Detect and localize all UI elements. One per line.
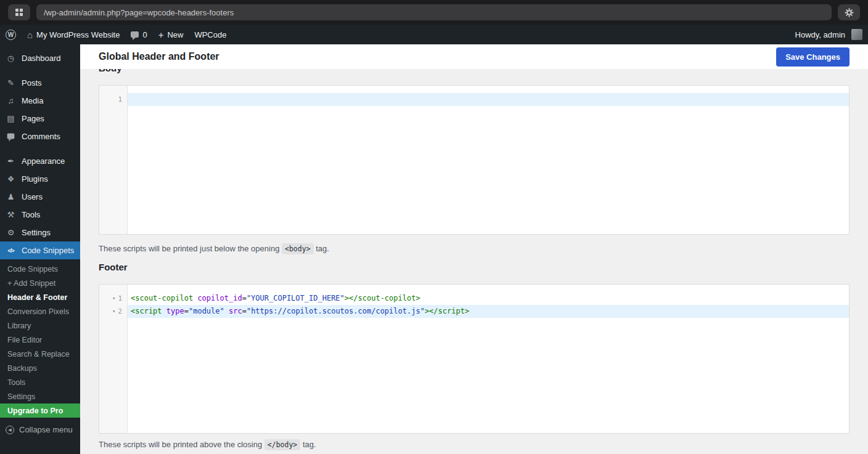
sidebar-item-label: Tools [22,210,40,219]
wpcode-adminbar-menu[interactable]: WPCode [189,25,232,44]
tab-grid-icon [15,8,23,17]
code-snippets-icon: </> [6,248,16,254]
footer-caption-tail: tag. [303,440,316,449]
sidebar-item-media[interactable]: ♫ Media [0,92,80,110]
sidebar-subitem-add-snippet[interactable]: + Add Snippet [0,276,80,290]
sidebar-item-settings[interactable]: ⚙ Settings [0,224,80,241]
main-content: Global Header and Footer Save Changes Bo… [80,44,868,454]
wpcode-label: WPCode [194,30,226,39]
sidebar-item-code-snippets[interactable]: </> Code Snippets [0,241,80,259]
sidebar-item-pages[interactable]: ▤ Pages [0,110,80,128]
code-line[interactable]: <script type="module" src="https://copil… [128,305,849,318]
appearance-icon: ✒ [6,156,16,166]
sidebar-item-label: Plugins [22,174,48,184]
code-token-plain [162,307,166,315]
line-number: 2 [118,305,122,318]
code-token-attr: src [229,307,242,315]
sidebar-item-comments[interactable]: Comments [0,128,80,145]
body-editor-code-area[interactable] [128,86,849,234]
sidebar-item-label: Posts [22,78,42,87]
site-menu[interactable]: ⌂ My WordPress Website [22,25,125,44]
collapse-arrow-icon: ◀ [6,426,14,434]
dashboard-icon: ◷ [6,54,16,63]
sidebar-item-label: Media [22,96,43,105]
home-icon: ⌂ [27,30,33,39]
code-token-tag: <scout-copilot [131,294,193,302]
body-caption: These scripts will be printed just below… [99,244,850,253]
closing-body-tag-code: </body> [264,439,300,450]
comments-indicator[interactable]: 0 [125,25,152,44]
users-icon: ♟ [6,192,16,201]
avatar [851,29,862,40]
sidebar-subitem-search-replace[interactable]: Search & Replace [0,347,80,361]
fold-arrow-icon[interactable]: ▾ [112,305,115,318]
browser-url: /wp-admin/admin.php?page=wpcode-headers-… [44,8,234,17]
wp-admin-bar: W ⌂ My WordPress Website 0 + New WPCode … [0,25,868,44]
plugins-icon: ❖ [6,174,16,184]
footer-section-heading: Footer [99,261,850,274]
sidebar-item-label: Settings [22,228,51,237]
sidebar-item-posts[interactable]: ✎ Posts [0,74,80,92]
code-token-string: "https://copilot.scoutos.com/copilot.js" [247,307,425,315]
sidebar-item-tools[interactable]: ⚒ Tools [0,206,80,224]
wordpress-logo-menu[interactable]: W [0,25,22,44]
footer-caption-text: These scripts will be printed above the … [99,440,262,449]
save-changes-button[interactable]: Save Changes [776,47,850,67]
sidebar-item-appearance[interactable]: ✒ Appearance [0,152,80,170]
code-token-plain: = [242,294,247,302]
code-line[interactable]: <scout-copilot copilot_id="YOUR_COPILOT_… [128,292,849,305]
comments-icon [6,132,16,141]
code-line[interactable] [128,93,849,106]
gutter-line: ▾1 [99,292,127,305]
browser-url-bar[interactable]: /wp-admin/admin.php?page=wpcode-headers-… [36,4,832,20]
sidebar-item-label: Appearance [22,156,65,166]
footer-editor-gutter: ▾1▾2 [99,285,128,433]
fold-arrow-icon[interactable]: ▾ [112,292,115,305]
browser-settings-button[interactable] [838,4,860,20]
body-caption-text: These scripts will be printed just below… [99,244,279,253]
footer-editor-code-area[interactable]: <scout-copilot copilot_id="YOUR_COPILOT_… [128,285,849,433]
account-menu[interactable]: Howdy, admin [790,25,868,44]
sidebar-subitem-library[interactable]: Library [0,318,80,333]
settings-icon: ⚙ [6,228,16,237]
new-label: New [167,30,183,39]
comment-bubble-icon [131,31,139,38]
collapse-menu-button[interactable]: ◀ Collapse menu [0,421,80,438]
sidebar-item-label: Pages [22,114,44,123]
gutter-line: 1 [99,93,127,106]
sidebar-subitem-backups[interactable]: Backups [0,361,80,375]
code-token-tag: ></scout-copilot> [345,294,420,302]
sidebar-item-label: Code Snippets [22,246,74,255]
code-token-string: "module" [189,307,224,315]
gutter-line: ▾2 [99,305,127,318]
line-number: 1 [118,93,122,106]
sidebar-subitem-settings[interactable]: Settings [0,389,80,403]
code-token-plain: = [242,307,247,315]
sidebar-item-dashboard[interactable]: ◷ Dashboard [0,49,80,67]
settings-content: Body 1 These scripts will be printed jus… [80,69,868,454]
sidebar-subitem-upgrade-to-pro[interactable]: Upgrade to Pro [0,403,80,418]
body-code-editor[interactable]: 1 [99,85,850,235]
sidebar-item-plugins[interactable]: ❖ Plugins [0,170,80,188]
sidebar-item-users[interactable]: ♟ Users [0,188,80,206]
admin-sidebar: ◷ Dashboard ✎ Posts ♫ Media ▤ Pages Comm… [0,44,80,454]
sidebar-subitem-header-footer[interactable]: Header & Footer [0,290,80,304]
page-header: Global Header and Footer Save Changes [80,44,868,69]
sidebar-subitem-file-editor[interactable]: File Editor [0,333,80,347]
sidebar-subitem-code-snippets[interactable]: Code Snippets [0,262,80,276]
tools-icon: ⚒ [6,210,16,219]
sidebar-subitem-tools[interactable]: Tools [0,375,80,389]
collapse-menu-label: Collapse menu [19,425,73,434]
tab-grid-button[interactable] [8,4,30,20]
code-token-plain: = [184,307,189,315]
body-editor-gutter: 1 [99,86,128,234]
sidebar-item-label: Comments [22,132,60,141]
sidebar-subitem-conversion-pixels[interactable]: Conversion Pixels [0,304,80,318]
footer-code-editor[interactable]: ▾1▾2 <scout-copilot copilot_id="YOUR_COP… [99,284,850,434]
gear-icon [845,8,854,17]
body-caption-tail: tag. [316,244,329,253]
wordpress-logo-icon: W [6,30,16,40]
code-token-attr: copilot_id [197,294,242,302]
new-content-menu[interactable]: + New [153,25,189,44]
posts-icon: ✎ [6,78,16,87]
